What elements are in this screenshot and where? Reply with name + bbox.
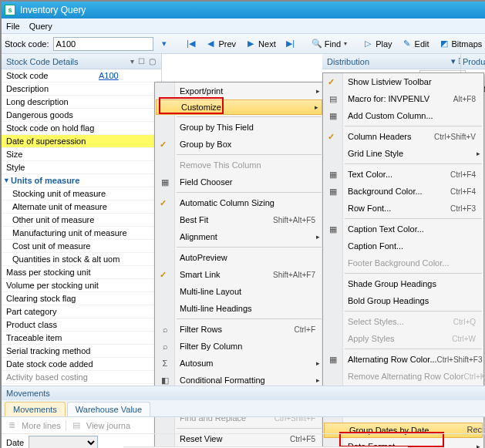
stockcode-label: Stock code: bbox=[5, 39, 49, 49]
menu-row-font-[interactable]: Row Font...Ctrl+F3 bbox=[323, 200, 483, 217]
row-quantities[interactable]: Quantities in stock & alt uom bbox=[2, 253, 161, 266]
row-dangerous-goods[interactable]: Dangerous goods bbox=[2, 109, 161, 122]
more-lines-icon: ≣ bbox=[6, 420, 17, 431]
row-style[interactable]: Style bbox=[2, 161, 161, 174]
distribution-title: Distribution bbox=[327, 57, 369, 66]
row-date-supersession[interactable]: Date of supersession bbox=[2, 135, 161, 148]
menu-alternating-row-color-[interactable]: ▦Alternating Row Color...Ctrl+Shift+F3 bbox=[323, 351, 483, 368]
row-size[interactable]: Size bbox=[2, 148, 161, 161]
menu-export-print[interactable]: Export/print▸ bbox=[155, 83, 323, 99]
window-title: Inventory Query bbox=[20, 5, 86, 15]
movements-pane: Movements Movements Warehouse Value ≣ Mo… bbox=[2, 386, 485, 448]
menu-autosum[interactable]: ΣAutosum▸ bbox=[155, 355, 323, 372]
menu-field-chooser[interactable]: ▦Field Chooser bbox=[155, 173, 323, 190]
menu-smart-link[interactable]: ✓Smart LinkShift+Alt+F7 bbox=[155, 266, 323, 283]
menu-customize[interactable]: Customize▸ bbox=[156, 99, 322, 115]
menu-text-color-[interactable]: ▦Text Color...Ctrl+F4 bbox=[323, 166, 483, 183]
row-product-class[interactable]: Product class bbox=[2, 318, 161, 332]
left-pane-title: Stock Code Details bbox=[6, 57, 79, 66]
movements-title: Movements bbox=[6, 389, 50, 398]
rec-label: Rec bbox=[466, 425, 482, 434]
row-alternate-uom[interactable]: Alternate unit of measure bbox=[2, 200, 161, 214]
filter-date-select[interactable] bbox=[29, 436, 98, 448]
menu-query[interactable]: Query bbox=[29, 22, 52, 31]
stockcode-field[interactable] bbox=[53, 37, 153, 51]
menu-select-styles-: Select Styles...Ctrl+Q bbox=[323, 313, 483, 330]
row-traceable[interactable]: Traceable item bbox=[2, 332, 161, 345]
movements-tabs: Movements Warehouse Value bbox=[2, 400, 485, 417]
menu-macro-for-invpenlv[interactable]: ▤Macro for: INVPENLVAlt+F8 bbox=[323, 90, 483, 107]
menu-shade-group-headings[interactable]: Shade Group Headings bbox=[323, 275, 483, 292]
first-button[interactable]: |◀ bbox=[181, 37, 200, 51]
tab-movements[interactable]: Movements bbox=[5, 402, 66, 416]
menu-autopreview[interactable]: AutoPreview bbox=[155, 249, 323, 266]
next-button[interactable]: ▶Next bbox=[241, 37, 280, 51]
movements-toolbar: ≣ More lines ▤ View journa bbox=[2, 417, 485, 434]
menu-show-listview-toolbar[interactable]: ✓Show Listview Toolbar bbox=[323, 73, 483, 90]
menu-best-fit[interactable]: Best FitShift+Alt+F5 bbox=[155, 211, 323, 228]
row-volume[interactable]: Volume per stocking unit bbox=[2, 279, 161, 292]
filter-date-label: Date bbox=[6, 438, 24, 447]
view-journal-button[interactable]: View journa bbox=[86, 421, 130, 430]
titlebar: s Inventory Query bbox=[2, 2, 485, 19]
tab-warehouse-values[interactable]: Warehouse Value bbox=[67, 402, 150, 416]
prev-button[interactable]: ◀Prev bbox=[201, 37, 240, 51]
menu-caption-text-color-[interactable]: ▦Caption Text Color... bbox=[323, 221, 483, 237]
menu-remove-alternating-row-color: Remove Alternating Row ColorCtrl+K bbox=[323, 368, 483, 385]
play-button[interactable]: ▷Play bbox=[359, 37, 396, 51]
more-lines-button[interactable]: More lines bbox=[22, 421, 61, 430]
row-serial-tracking[interactable]: Serial tracking method bbox=[2, 345, 161, 358]
last-button[interactable]: ▶| bbox=[281, 37, 300, 51]
row-uom-header[interactable]: Units of measure bbox=[2, 174, 161, 187]
menu-multi-line-headings[interactable]: Multi-line Headings bbox=[155, 300, 323, 317]
view-journal-icon: ▤ bbox=[71, 420, 82, 431]
stock-code-link[interactable]: A100 bbox=[99, 71, 119, 80]
row-abc[interactable]: Activity based costing bbox=[2, 371, 161, 384]
menu-column-headers[interactable]: ✓Column HeadersCtrl+Shift+V bbox=[323, 128, 483, 145]
find-button[interactable]: 🔍Find▾ bbox=[308, 37, 351, 51]
stock-code-details-pane: Stock Code Details ▾ ☐ ▢ Stock code A100… bbox=[2, 54, 162, 386]
row-mass[interactable]: Mass per stocking unit bbox=[2, 266, 161, 279]
menu-filter-by-column[interactable]: ⌕Filter By Column bbox=[155, 338, 323, 355]
menu-footer-background-color-: Footer Background Color... bbox=[323, 254, 483, 271]
row-stocking-uom[interactable]: Stocking unit of measure bbox=[2, 187, 161, 200]
menu-apply-styles: Apply StylesCtrl+W bbox=[323, 330, 483, 347]
menu-group-by-box[interactable]: ✓Group by Box bbox=[155, 136, 323, 153]
left-pane-header[interactable]: Stock Code Details ▾ ☐ ▢ bbox=[2, 54, 161, 69]
row-description[interactable]: Description bbox=[2, 83, 161, 96]
row-stock-code[interactable]: Stock code A100 bbox=[2, 69, 161, 83]
menu-add-custom-column-[interactable]: ▦Add Custom Column... bbox=[323, 107, 483, 124]
menu-multi-line-layout[interactable]: Multi-line Layout bbox=[155, 283, 323, 300]
main-toolbar: Stock code: ▾ |◀ ◀Prev ▶Next ▶| 🔍Find▾ ▷… bbox=[2, 34, 485, 54]
menu-group-by-this-field[interactable]: Group by This Field bbox=[155, 119, 323, 136]
row-long-description[interactable]: Long description bbox=[2, 96, 161, 109]
menu-remove-this-column: Remove This Column bbox=[155, 157, 323, 173]
row-mfg-uom[interactable]: Manufacturing unit of measure bbox=[2, 227, 161, 240]
edit-button[interactable]: ✎Edit bbox=[398, 37, 433, 51]
menubar: File Query bbox=[2, 19, 485, 34]
row-clearing[interactable]: Clearing stock flag bbox=[2, 292, 161, 305]
bitmaps-button[interactable]: ◩Bitmaps bbox=[435, 37, 485, 51]
menu-bold-group-headings[interactable]: Bold Group Headings bbox=[323, 292, 483, 309]
row-part-category[interactable]: Part category bbox=[2, 305, 161, 318]
app-icon: s bbox=[5, 5, 15, 15]
left-pane-buttons[interactable]: ▾ ☐ ▢ bbox=[130, 57, 157, 66]
row-cost-uom[interactable]: Cost unit of measure bbox=[2, 240, 161, 253]
product-title: Produc bbox=[463, 57, 485, 66]
menu-grid-line-style[interactable]: Grid Line Style▸ bbox=[323, 145, 483, 162]
menu-automatic-column-sizing[interactable]: ✓Automatic Column Sizing bbox=[155, 194, 323, 211]
row-other-uom[interactable]: Other unit of measure bbox=[2, 214, 161, 227]
menu-caption-font-[interactable]: Caption Font... bbox=[323, 237, 483, 254]
menu-file[interactable]: File bbox=[6, 22, 20, 31]
browse-button[interactable]: ▾ bbox=[155, 37, 173, 51]
menu-filter-rows[interactable]: ⌕Filter RowsCtrl+F bbox=[155, 321, 323, 338]
menu-background-color-[interactable]: ▦Background Color...Ctrl+F4 bbox=[323, 183, 483, 200]
menu-alignment[interactable]: Alignment▸ bbox=[155, 228, 323, 245]
row-date-added[interactable]: Date stock code added bbox=[2, 358, 161, 371]
row-on-hold-flag[interactable]: Stock code on hold flag bbox=[2, 122, 161, 135]
